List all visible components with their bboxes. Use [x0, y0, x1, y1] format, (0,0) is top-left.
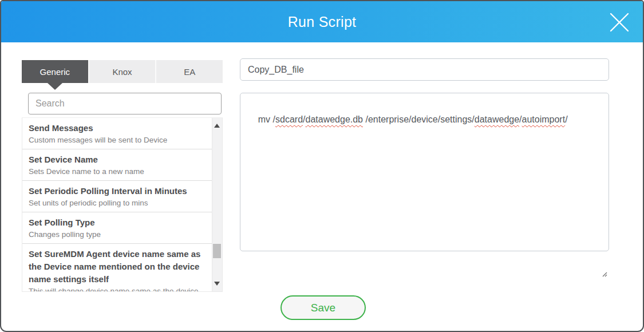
- script-item-title: Set SureMDM Agent device name same as th…: [29, 248, 208, 286]
- script-item-title: Send Messages: [29, 122, 208, 135]
- scroll-up-icon[interactable]: [214, 124, 220, 128]
- script-list-items: Send Messages Custom messages will be se…: [22, 118, 212, 291]
- script-list-item[interactable]: Send Messages Custom messages will be se…: [22, 118, 212, 149]
- script-item-description: Set units of periodic polling to mins: [29, 197, 208, 208]
- close-button[interactable]: [609, 11, 630, 33]
- dialog-header: Run Script: [1, 1, 643, 42]
- scrollbar-thumb[interactable]: [213, 244, 221, 258]
- script-item-description: Custom messages will be sent to Device: [29, 135, 208, 145]
- active-tab-notch: [48, 83, 62, 90]
- resize-handle-icon[interactable]: [600, 243, 607, 250]
- tab-ea[interactable]: EA: [155, 60, 223, 83]
- script-list: Send Messages Custom messages will be se…: [22, 117, 223, 292]
- script-item-description: Sets Device name to a new name: [29, 166, 208, 177]
- script-list-item[interactable]: Set Polling Type Changes polling type: [22, 212, 212, 244]
- dialog-title: Run Script: [1, 1, 643, 42]
- script-item-description: This will change device name same as the…: [29, 286, 208, 291]
- list-scrollbar[interactable]: [212, 118, 222, 291]
- tab-generic[interactable]: Generic: [22, 60, 88, 83]
- script-name-input[interactable]: [240, 58, 609, 81]
- script-command-textarea[interactable]: mv /sdcard/datawedge.db /enterprise/devi…: [240, 93, 609, 251]
- tab-knox[interactable]: Knox: [88, 60, 156, 83]
- script-item-description: Changes polling type: [29, 229, 208, 240]
- script-list-item[interactable]: Set SureMDM Agent device name same as th…: [22, 244, 212, 291]
- scroll-down-icon[interactable]: [214, 282, 220, 286]
- script-item-title: Set Periodic Polling Interval in Minutes: [29, 185, 208, 197]
- run-script-dialog: Run Script Generic Knox EA Send Messages…: [0, 0, 644, 332]
- close-icon: [609, 25, 630, 35]
- script-item-title: Set Device Name: [29, 153, 208, 166]
- script-command-text: mv /sdcard/datawedge.db /enterprise/devi…: [258, 114, 568, 124]
- script-item-title: Set Polling Type: [29, 216, 208, 229]
- script-type-tabs: Generic Knox EA: [22, 60, 223, 83]
- script-list-item[interactable]: Set Periodic Polling Interval in Minutes…: [22, 181, 212, 212]
- search-input[interactable]: [28, 93, 222, 114]
- script-list-item[interactable]: Set Device Name Sets Device name to a ne…: [22, 149, 212, 181]
- save-button[interactable]: Save: [280, 295, 366, 320]
